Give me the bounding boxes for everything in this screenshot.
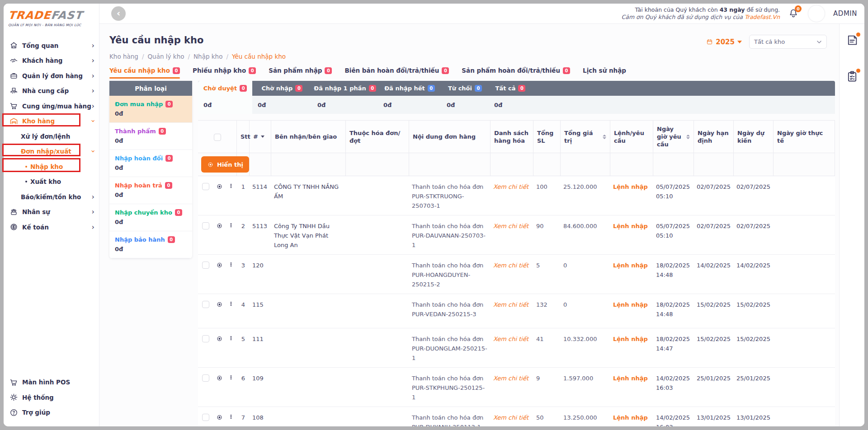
row-detail-link[interactable]: Xem chi tiết — [491, 176, 533, 215]
sidebar-item-kho-hang[interactable]: Kho hàng › — [4, 114, 99, 129]
col-header-request-time[interactable]: Ngày giờ yêu cầu — [653, 121, 694, 153]
col-header-receiver[interactable]: Bên nhận/bên giao — [271, 121, 346, 153]
row-order-link[interactable]: Lệnh nhập — [610, 215, 653, 254]
col-header-actual[interactable]: Ngày giờ thực tế — [774, 121, 835, 153]
row-checkbox[interactable] — [202, 222, 209, 229]
category-nhap-hoan-tra[interactable]: Nhập hoàn trả0 0đ — [109, 177, 192, 204]
view-eye-icon[interactable] — [213, 328, 225, 367]
status-tab-tu-choi[interactable]: Từ chối0 — [441, 81, 489, 96]
row-order-link[interactable]: Lệnh nhập — [610, 294, 653, 328]
row-detail-link[interactable]: Xem chi tiết — [491, 328, 533, 367]
tab-bien-ban-hoan-doi-tra-thieu[interactable]: Biên bản hoàn đổi/trả/thiếu0 — [344, 67, 449, 79]
row-menu-icon[interactable] — [225, 328, 237, 367]
status-tab-da-nhap-het[interactable]: Đã nhập hết0 — [378, 81, 441, 96]
brand-logo[interactable]: TRADEFAST QUẢN LÝ MỌI NƠI - BÁN HÀNG MỌI… — [4, 4, 99, 38]
row-checkbox[interactable] — [202, 183, 209, 190]
row-detail-link[interactable]: Xem chi tiết — [491, 407, 533, 426]
table-row[interactable]: 7 108 Thanh toán cho hóa đơn PUR-DUYANH-… — [198, 407, 835, 426]
row-order-link[interactable]: Lệnh nhập — [610, 368, 653, 407]
sidebar-item-don-nhap-xuat[interactable]: Đơn nhập/xuất › — [4, 144, 99, 159]
status-tab-cho-nhap[interactable]: Chờ nhập0 — [252, 81, 312, 96]
view-eye-icon[interactable] — [213, 176, 225, 215]
breadcrumb-item[interactable]: Kho hàng — [109, 53, 138, 60]
row-detail-link[interactable]: Xem chi tiết — [491, 255, 533, 294]
tab-san-pham-hoan-doi-tra-thieu[interactable]: Sản phẩm hoàn đổi/trả/thiếu0 — [462, 67, 570, 79]
table-row[interactable]: 6 109 Thanh toán cho hóa đơn PUR-STKPHUN… — [198, 368, 835, 407]
status-tab-cho-duyet[interactable]: Chờ duyệt0 — [198, 81, 252, 96]
sidebar-item-tong-quan[interactable]: Tổng quan › — [4, 38, 99, 53]
sidebar-item-bao-kiem-ton-kho[interactable]: Báo/kiểm/tồn kho › — [4, 189, 99, 205]
sidebar-item-he-thong[interactable]: Hệ thống — [4, 390, 99, 405]
row-detail-link[interactable]: Xem chi tiết — [491, 294, 533, 328]
table-row[interactable]: 3 120 Thanh toán cho hóa đơn PUR-HOANGDU… — [198, 255, 835, 294]
view-eye-icon[interactable] — [213, 255, 225, 294]
tab-san-pham-nhap[interactable]: Sản phẩm nhập0 — [269, 67, 332, 79]
row-menu-icon[interactable] — [225, 407, 237, 426]
sidebar-item-nhan-su[interactable]: Nhân sự › — [4, 205, 99, 220]
row-checkbox[interactable] — [202, 374, 209, 382]
clipboard-checklist-icon[interactable] — [846, 70, 859, 83]
tab-phieu-nhap-kho[interactable]: Phiếu nhập kho0 — [193, 67, 256, 79]
user-name[interactable]: ADMIN — [833, 9, 857, 18]
row-order-link[interactable]: Lệnh nhập — [610, 407, 653, 426]
sidebar-item-nha-cung-cap[interactable]: Nhà cung cấp › — [4, 84, 99, 99]
view-eye-icon[interactable] — [213, 215, 225, 254]
back-button[interactable]: ‹ — [111, 6, 126, 21]
row-menu-icon[interactable] — [225, 294, 237, 328]
category-don-mua-nhap[interactable]: Đơn mua nhập0 0đ — [109, 96, 192, 123]
col-header-stt[interactable]: Stt — [237, 121, 250, 153]
sidebar-item-man-hinh-pos[interactable]: Màn hình POS — [4, 375, 99, 390]
row-menu-icon[interactable] — [225, 176, 237, 215]
row-checkbox[interactable] — [202, 335, 209, 342]
row-detail-link[interactable]: Xem chi tiết — [491, 368, 533, 407]
sidebar-item-khach-hang[interactable]: Khách hàng › — [4, 53, 99, 69]
table-row[interactable]: 2 5113 Công Ty TNHH Dầu Thực Vật Vạn Phá… — [198, 215, 835, 255]
category-nhap-hoan-doi[interactable]: Nhập hoàn đổi0 0đ — [109, 150, 192, 177]
col-header-goods-list[interactable]: Danh sách hàng hóa — [491, 121, 533, 153]
view-eye-icon[interactable] — [213, 294, 225, 328]
tradefast-link[interactable]: Tradefast.Vn — [745, 14, 780, 20]
sidebar-item-nhap-kho[interactable]: Nhập kho — [4, 159, 99, 174]
breadcrumb-item[interactable]: Nhập kho — [193, 53, 222, 60]
tab-lich-su-nhap[interactable]: Lịch sử nhập — [583, 67, 626, 79]
col-header-invoice[interactable]: Thuộc hóa đơn/đợt — [346, 121, 409, 153]
table-row[interactable]: 5 111 Thanh toán cho hóa đơn PUR-DUONGLA… — [198, 328, 835, 368]
sidebar-item-ke-toan[interactable]: Kế toán › — [4, 220, 99, 235]
table-row[interactable]: 1 5114 CÔNG TY TNHH NẮNG ẤM Thanh toán c… — [198, 176, 835, 215]
col-header-qty[interactable]: Tổng SL — [533, 121, 561, 153]
warehouse-select[interactable]: Tất cả kho — [749, 35, 827, 49]
col-header-code[interactable]: # — [250, 121, 271, 153]
col-header-order[interactable]: Lệnh/yêu cầu — [610, 121, 653, 153]
view-eye-icon[interactable] — [213, 407, 225, 426]
breadcrumb-item[interactable]: Quản lý kho — [147, 53, 184, 60]
col-header-deadline[interactable]: Ngày hạn định — [694, 121, 734, 153]
tab-yeu-cau-nhap-kho[interactable]: Yêu cầu nhập kho0 — [109, 67, 180, 79]
row-order-link[interactable]: Lệnh nhập — [610, 328, 653, 367]
notes-icon[interactable] — [846, 34, 859, 47]
row-detail-link[interactable]: Xem chi tiết — [491, 215, 533, 254]
avatar[interactable] — [808, 5, 825, 22]
category-nhap-chuyen-kho[interactable]: Nhập chuyển kho0 0đ — [109, 204, 192, 231]
sidebar-item-xu-ly-don-lenh[interactable]: Xử lý đơn/lệnh — [4, 129, 99, 144]
category-nhap-bao-hanh[interactable]: Nhập bảo hành0 0đ — [109, 231, 192, 258]
row-checkbox[interactable] — [202, 262, 209, 269]
view-eye-icon[interactable] — [213, 368, 225, 407]
row-menu-icon[interactable] — [225, 215, 237, 254]
row-menu-icon[interactable] — [225, 368, 237, 407]
sidebar-item-xuat-kho[interactable]: Xuất kho — [4, 174, 99, 190]
year-selector[interactable]: 2025 — [706, 38, 742, 46]
row-order-link[interactable]: Lệnh nhập — [610, 176, 653, 215]
sidebar-item-tro-giup[interactable]: Trợ giúp — [4, 405, 99, 421]
status-tab-da-nhap-1-phan[interactable]: Đã nhập 1 phần0 — [312, 81, 378, 96]
col-header-total-value[interactable]: Tổng giá trị — [561, 121, 610, 153]
col-header-expected[interactable]: Ngày dự kiến — [734, 121, 774, 153]
select-all-checkbox[interactable] — [214, 134, 221, 141]
category-thanh-pham[interactable]: Thành phẩm0 0đ — [109, 123, 192, 150]
table-row[interactable]: 4 115 Thanh toán cho hóa đơn PUR-VEDAN-2… — [198, 294, 835, 328]
sidebar-item-quan-ly-don-hang[interactable]: Quản lý đơn hàng › — [4, 68, 99, 84]
sidebar-item-cung-ung-mua-hang[interactable]: Cung ứng/mua hàng › — [4, 98, 99, 114]
col-header-content[interactable]: Nội dung đơn hàng — [409, 121, 491, 153]
status-tab-tat-ca[interactable]: Tất cả0 — [489, 81, 532, 96]
row-checkbox[interactable] — [202, 414, 209, 421]
row-checkbox[interactable] — [202, 301, 209, 308]
